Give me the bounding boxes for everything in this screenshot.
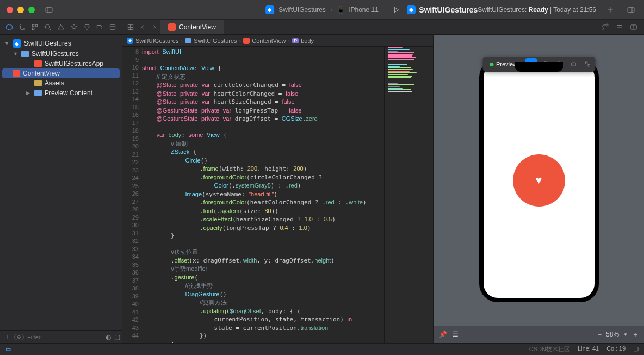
nav-breakpoints-icon[interactable] — [95, 21, 104, 33]
filter-scope-icon[interactable]: ⊙ — [14, 334, 24, 340]
swift-icon — [13, 70, 20, 77]
cursor-line: Line: 41 — [578, 345, 599, 353]
project-icon: ◆ — [13, 39, 21, 48]
tree-file-assets[interactable]: Assets — [0, 78, 122, 88]
circle-view[interactable]: ♥ — [513, 154, 565, 207]
nav-symbols-icon[interactable] — [30, 21, 40, 33]
svg-rect-4 — [628, 7, 634, 12]
nav-reports-icon[interactable] — [108, 21, 117, 33]
filter-input[interactable] — [27, 334, 102, 340]
toolbar: ContentView — [0, 20, 644, 35]
pin-preview-icon[interactable]: 📌 — [439, 331, 447, 338]
debug-area-icon[interactable]: ▭ — [5, 346, 11, 353]
minimap[interactable] — [384, 47, 433, 343]
jump-bar[interactable]: ◆ SwiftUIGestures› SwiftUIGestures› Cont… — [122, 35, 433, 47]
scheme-name: SwiftUIGestures — [278, 6, 326, 14]
tree-file-app[interactable]: SwiftUIGesturesApp — [0, 59, 122, 68]
watermark: CSDN技术社区 — [529, 345, 570, 353]
zoom-window-button[interactable] — [28, 7, 35, 13]
code-editor[interactable]: 8910111213141516171819202122232425262728… — [122, 47, 433, 343]
device-name: iPhone 11 — [349, 6, 379, 14]
toggle-nav-icon[interactable] — [42, 3, 55, 16]
zoom-dropdown-icon[interactable]: ▼ — [623, 332, 628, 337]
preview-layout-icon[interactable]: ☰ — [453, 331, 459, 338]
tree-group[interactable]: ▼SwiftUIGestures — [0, 49, 122, 59]
code-content[interactable]: import SwiftUI struct ContentView: View … — [142, 47, 384, 343]
tab-label: ContentView — [179, 23, 216, 31]
editor-tab[interactable]: ContentView — [160, 20, 224, 34]
device-screen[interactable]: ♥ — [484, 63, 595, 298]
editor-mode-icon[interactable]: ▢ — [633, 345, 639, 353]
related-items-icon[interactable] — [125, 21, 137, 33]
canvas-preview: Preview ♥ 📌 ☰ − 58% — [433, 35, 644, 343]
canvas-bottom-bar: 📌 ☰ − 58% ▼ ＋ — [434, 326, 644, 343]
svg-point-7 — [23, 28, 24, 29]
toggle-inspectors-icon[interactable] — [624, 3, 637, 16]
svg-rect-15 — [128, 24, 130, 27]
tree-folder-preview[interactable]: ▶Preview Content — [0, 88, 122, 98]
svg-rect-17 — [128, 27, 130, 29]
nav-find-icon[interactable] — [43, 21, 53, 33]
app-icon: ◆ — [127, 38, 133, 44]
window-controls — [7, 7, 35, 13]
tree-file-contentview[interactable]: ContentView — [2, 68, 120, 78]
svg-rect-9 — [36, 24, 38, 27]
tree-root[interactable]: ▼◆SwiftUIGestures — [0, 38, 122, 49]
svg-rect-10 — [33, 28, 35, 30]
svg-rect-30 — [588, 65, 590, 67]
nav-back-icon[interactable] — [137, 21, 148, 33]
svg-point-11 — [46, 24, 50, 29]
scheme-picker[interactable]: ◆ SwiftUIGestures › 📱 iPhone 11 — [265, 5, 379, 14]
svg-rect-18 — [131, 27, 133, 29]
swift-icon — [243, 38, 250, 44]
heart-icon: ♥ — [536, 174, 542, 186]
project-name: SwiftUIGestures — [419, 5, 478, 14]
svg-rect-28 — [571, 63, 575, 66]
nav-tests-icon[interactable] — [69, 21, 79, 33]
device-settings-icon[interactable] — [567, 58, 579, 70]
variants-icon[interactable] — [581, 58, 593, 70]
nav-project-icon[interactable] — [4, 21, 14, 33]
zoom-level[interactable]: 58% — [606, 331, 619, 338]
folder-icon — [185, 38, 191, 43]
nav-issues-icon[interactable] — [56, 21, 66, 33]
assets-icon — [34, 80, 42, 86]
status-bar: ▭ CSDN技术社区 Line: 41 Col: 19 ▢ — [0, 343, 644, 355]
nav-debug-icon[interactable] — [82, 21, 92, 33]
close-window-button[interactable] — [7, 7, 13, 13]
build-status: SwiftUIGestures: Ready | Today at 21:56 — [478, 6, 596, 14]
device-frame: ♥ — [479, 59, 599, 302]
app-icon: ◆ — [407, 5, 416, 14]
svg-rect-13 — [110, 24, 115, 29]
add-editor-icon[interactable] — [628, 21, 640, 33]
adjust-editor-icon[interactable] — [614, 21, 626, 33]
cursor-col: Col: 19 — [606, 345, 626, 353]
editor-column: ◆ SwiftUIGestures› SwiftUIGestures› Cont… — [122, 35, 433, 343]
add-tab-icon[interactable] — [604, 3, 617, 16]
live-indicator-icon — [490, 63, 493, 66]
titlebar: ◆ SwiftUIGestures ◆ SwiftUIGestures › 📱 … — [0, 0, 644, 20]
project-navigator: ▼◆SwiftUIGestures ▼SwiftUIGestures Swift… — [0, 35, 122, 343]
editor-options-icon[interactable] — [599, 21, 611, 33]
recent-icon[interactable]: ◐ — [106, 333, 111, 341]
navigator-bottom-bar: ＋ ⊙ ◐ ▢ — [0, 330, 122, 343]
add-icon[interactable]: ＋ — [4, 332, 11, 341]
svg-rect-0 — [46, 7, 52, 12]
svg-rect-29 — [585, 62, 587, 64]
svg-rect-8 — [33, 24, 35, 27]
swift-icon — [34, 60, 42, 67]
scm-icon[interactable]: ▢ — [114, 333, 120, 341]
svg-line-12 — [49, 28, 51, 30]
zoom-in-icon[interactable]: ＋ — [632, 330, 639, 339]
scheme-app-icon: ◆ — [265, 5, 274, 14]
minimize-window-button[interactable] — [17, 7, 24, 13]
project-title: ◆ SwiftUIGestures — [407, 5, 478, 14]
folder-icon — [21, 51, 29, 57]
run-button[interactable] — [389, 3, 403, 16]
device-icon: 📱 — [337, 6, 345, 14]
device-notch — [515, 62, 564, 72]
swift-icon — [168, 23, 176, 31]
nav-forward-icon[interactable] — [148, 21, 160, 33]
zoom-out-icon[interactable]: − — [598, 331, 602, 338]
nav-source-icon[interactable] — [17, 21, 27, 33]
